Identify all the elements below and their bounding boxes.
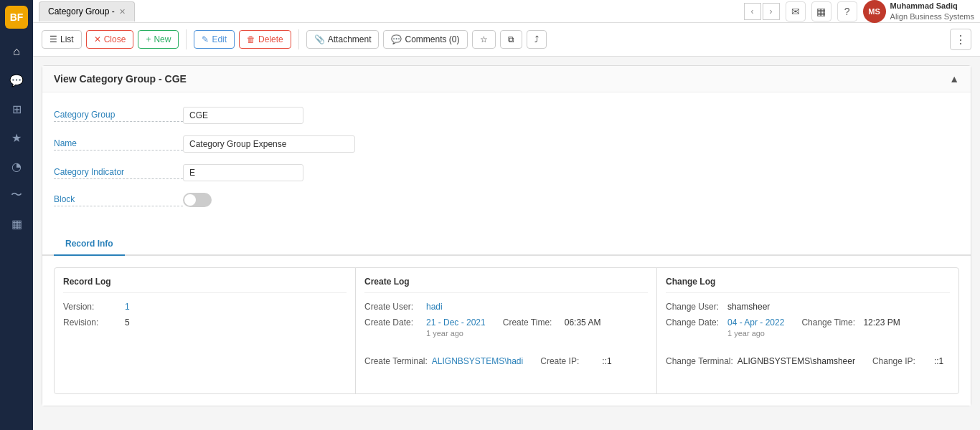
version-value[interactable]: 1 (125, 302, 130, 312)
star-toolbar-icon: ☆ (480, 34, 488, 44)
change-user-field: Change User: shamsheer (666, 302, 950, 312)
tab-close-icon[interactable]: ✕ (119, 7, 126, 16)
list-icon: ☰ (50, 34, 57, 44)
edit-button[interactable]: ✎ Edit (194, 30, 235, 49)
nav-forward-button[interactable]: › (763, 3, 780, 20)
more-button[interactable]: ⋮ (950, 29, 971, 50)
record-tabs-bar: Record Info (42, 233, 971, 256)
record-log-header: Record Log (63, 277, 347, 293)
revision-value: 5 (125, 317, 130, 328)
share-icon: ⤴ (534, 34, 539, 44)
change-ip-group: Change IP: ::1 (872, 356, 943, 372)
trash-icon: 🗑 (247, 34, 255, 44)
create-date-sub: 1 year ago (426, 329, 486, 338)
star-icon[interactable]: ★ (4, 125, 29, 150)
create-date-value[interactable]: 21 - Dec - 2021 (426, 317, 486, 328)
app-logo[interactable]: BF (5, 6, 28, 29)
plus-icon: + (146, 34, 151, 44)
change-time-group: Change Time: 12:23 PM (801, 317, 900, 343)
top-right-icons: ✉ ▦ ? MS Muhammad Sadiq Align Business S… (786, 0, 974, 23)
attachment-button[interactable]: 📎 Attachment (306, 30, 380, 49)
user-avatar: MS (863, 0, 886, 23)
comment-icon: 💬 (391, 34, 402, 44)
name-label: Name (54, 138, 183, 150)
collapse-button[interactable]: ▲ (949, 73, 959, 85)
new-button[interactable]: + New (138, 30, 179, 49)
change-log-header: Change Log (666, 277, 950, 293)
home-icon[interactable]: ⌂ (4, 39, 29, 64)
user-text: Muhammad Sadiq Align Business Systems (890, 1, 974, 22)
create-ip-group: Create IP: ::1 (540, 356, 611, 372)
toolbar-separator-2 (298, 29, 299, 49)
change-date-group: Change Date: 04 - Apr - 2022 1 year ago (666, 317, 784, 343)
nav-back-button[interactable]: ‹ (744, 3, 761, 20)
clock-icon[interactable]: ◔ (4, 153, 29, 179)
name-input[interactable] (183, 135, 355, 153)
create-date-group: Create Date: 21 - Dec - 2021 1 year ago (364, 317, 486, 343)
create-terminal-value[interactable]: ALIGNBSYSTEMS\hadi (432, 356, 523, 366)
copy-icon: ⧉ (508, 34, 514, 44)
grid-icon[interactable]: ⊞ (4, 96, 29, 122)
chart-icon[interactable]: ▦ (4, 211, 29, 236)
create-date-time-row: Create Date: 21 - Dec - 2021 1 year ago (364, 317, 648, 350)
main-area: Category Group - ✕ ‹ › ✉ ▦ ? MS Muhammad… (33, 0, 980, 430)
category-group-label: Category Group (54, 110, 183, 122)
mail-icon[interactable]: ✉ (786, 1, 806, 22)
revision-field: Revision: 5 (63, 317, 347, 328)
comments-button[interactable]: 💬 Comments (0) (383, 30, 467, 49)
version-label: Version: (63, 302, 121, 312)
change-date-value[interactable]: 04 - Apr - 2022 (727, 317, 784, 328)
block-toggle[interactable] (183, 193, 212, 207)
create-user-value[interactable]: hadi (426, 302, 443, 312)
change-ip-value: ::1 (934, 356, 943, 366)
revision-label: Revision: (63, 317, 121, 328)
category-indicator-row: Category Indicator (54, 164, 959, 181)
toolbar-separator-1 (186, 29, 187, 49)
close-button[interactable]: ✕ Close (86, 30, 134, 49)
create-user-label: Create User: (364, 302, 422, 312)
change-log-col: Change Log Change User: shamsheer Change… (657, 268, 958, 393)
category-indicator-input[interactable] (183, 164, 303, 181)
category-group-row: Category Group (54, 107, 959, 124)
change-date-value-group: 04 - Apr - 2022 1 year ago (727, 317, 784, 338)
star-toolbar-button[interactable]: ☆ (472, 30, 496, 49)
change-terminal-group: Change Terminal: ALIGNBSYSTEMS\shamsheer (666, 356, 855, 372)
list-button[interactable]: ☰ List (42, 30, 82, 49)
change-user-label: Change User: (666, 302, 723, 312)
category-group-input[interactable] (183, 107, 303, 124)
copy-button[interactable]: ⧉ (500, 30, 522, 49)
change-time-label: Change Time: (801, 317, 859, 328)
help-icon[interactable]: ? (837, 1, 857, 22)
block-label: Block (54, 194, 183, 206)
content-area: View Category Group - CGE ▲ Category Gro… (33, 57, 980, 430)
create-time-value: 06:35 AM (565, 317, 601, 328)
category-group-tab[interactable]: Category Group - ✕ (39, 1, 135, 22)
change-user-value: shamsheer (727, 302, 770, 312)
create-time-group: Create Time: 06:35 AM (503, 317, 601, 343)
nav-arrows: ‹ › (744, 3, 780, 20)
delete-button[interactable]: 🗑 Delete (239, 30, 291, 49)
share-button[interactable]: ⤴ (527, 30, 547, 49)
dashboard-icon[interactable]: ▦ (811, 1, 831, 22)
category-indicator-label: Category Indicator (54, 167, 183, 179)
tab-record-info[interactable]: Record Info (54, 233, 125, 256)
change-terminal-value: ALIGNBSYSTEMS\shamsheer (738, 356, 855, 366)
user-info[interactable]: MS Muhammad Sadiq Align Business Systems (863, 0, 974, 23)
tab-bar: Category Group - ✕ ‹ › ✉ ▦ ? MS Muhammad… (33, 0, 980, 23)
pulse-icon[interactable]: 〜 (4, 182, 29, 208)
change-date-time-row: Change Date: 04 - Apr - 2022 1 year ago (666, 317, 950, 350)
form-card: View Category Group - CGE ▲ Category Gro… (42, 65, 971, 406)
chat-icon[interactable]: 💬 (4, 67, 29, 93)
create-log-col: Create Log Create User: hadi Create Date… (356, 268, 657, 393)
create-log-header: Create Log (364, 277, 648, 293)
create-terminal-ip-row: Create Terminal: ALIGNBSYSTEMS\hadi Crea… (364, 356, 648, 379)
close-x-icon: ✕ (94, 34, 101, 44)
record-log-col: Record Log Version: 1 Revision: 5 (55, 268, 356, 393)
record-info-section: Record Log Version: 1 Revision: 5 Create… (42, 256, 971, 406)
form-card-title: View Category Group - CGE (54, 73, 187, 85)
create-user-field: Create User: hadi (364, 302, 648, 312)
change-date-sub: 1 year ago (727, 329, 784, 338)
version-field: Version: 1 (63, 302, 347, 312)
record-grid: Record Log Version: 1 Revision: 5 Create… (54, 267, 959, 394)
change-terminal-label: Change Terminal: (666, 356, 733, 366)
